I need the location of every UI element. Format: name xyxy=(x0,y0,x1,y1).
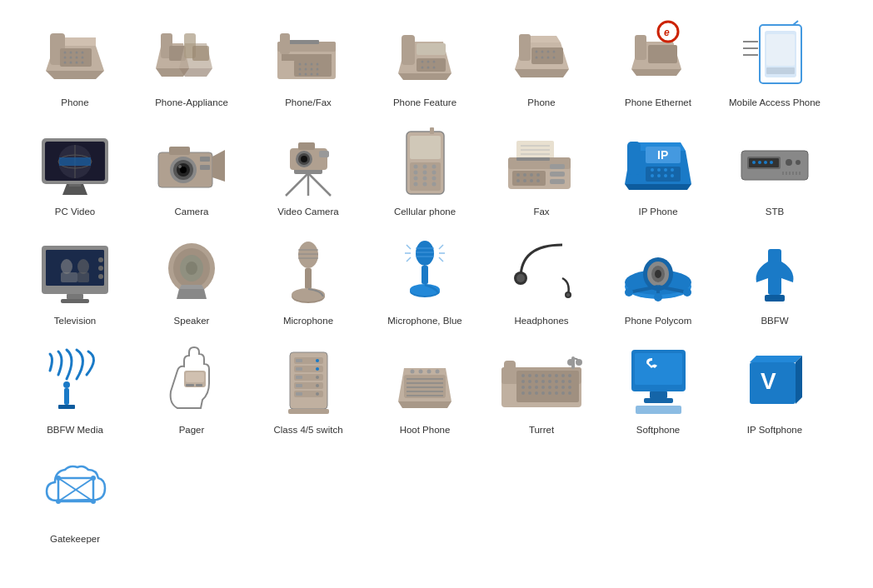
item-turret[interactable]: Turret xyxy=(483,336,600,445)
svg-point-274 xyxy=(521,374,525,377)
item-ip-phone[interactable]: IP IP Phone xyxy=(600,117,716,227)
svg-point-279 xyxy=(555,374,558,377)
svg-point-300 xyxy=(535,391,538,395)
item-phone-polycom[interactable]: Phone Polycom xyxy=(600,227,716,336)
item-video-camera[interactable]: Video Camera xyxy=(250,117,367,227)
svg-rect-184 xyxy=(67,294,83,299)
item-mobile-access-phone[interactable]: Mobile Access Phone xyxy=(716,8,833,117)
label-camera: Camera xyxy=(175,206,209,218)
item-camera[interactable]: Camera xyxy=(133,117,250,227)
svg-text:V: V xyxy=(761,368,776,394)
label-phone-fax: Phone/Fax xyxy=(285,97,332,109)
svg-rect-97 xyxy=(200,157,210,162)
label-phone: Phone xyxy=(61,97,88,109)
item-phone[interactable]: Phone xyxy=(17,8,133,117)
item-phone2[interactable]: Phone xyxy=(483,8,600,117)
item-phone-appliance[interactable]: Phone-Appliance xyxy=(133,8,250,117)
svg-point-301 xyxy=(541,391,545,395)
label-phone-appliance: Phone-Appliance xyxy=(155,97,228,109)
svg-point-228 xyxy=(625,288,633,296)
svg-rect-69 xyxy=(635,35,646,60)
svg-point-166 xyxy=(758,161,761,164)
svg-point-40 xyxy=(304,73,307,76)
svg-point-180 xyxy=(61,259,72,274)
svg-point-283 xyxy=(528,380,531,383)
svg-rect-185 xyxy=(61,299,89,303)
svg-point-140 xyxy=(530,173,533,177)
svg-point-10 xyxy=(70,57,72,59)
svg-point-192 xyxy=(186,262,197,275)
svg-rect-311 xyxy=(650,391,667,398)
svg-rect-46 xyxy=(417,43,446,55)
item-ip-softphone[interactable]: V IP Softphone xyxy=(716,336,833,445)
label-phone-feature: Phone Feature xyxy=(393,97,456,109)
svg-point-323 xyxy=(56,499,61,504)
item-pc-video[interactable]: PC Video xyxy=(17,117,133,227)
svg-rect-108 xyxy=(298,142,315,150)
svg-point-39 xyxy=(298,73,301,76)
svg-point-116 xyxy=(432,165,436,169)
item-fax[interactable]: Fax xyxy=(483,117,600,227)
item-cellular-phone[interactable]: Cellular phone xyxy=(367,117,483,227)
svg-point-31 xyxy=(298,63,301,66)
svg-point-53 xyxy=(433,67,436,69)
svg-rect-109 xyxy=(319,151,329,157)
svg-point-60 xyxy=(541,50,543,52)
svg-point-267 xyxy=(419,370,423,374)
item-gatekeeper[interactable]: Gatekeeper xyxy=(17,445,133,554)
item-stb[interactable]: STB xyxy=(716,117,833,227)
svg-rect-45 xyxy=(402,35,415,65)
svg-point-120 xyxy=(413,177,417,181)
svg-point-145 xyxy=(536,179,540,182)
svg-rect-237 xyxy=(186,372,204,382)
svg-point-292 xyxy=(535,386,538,389)
item-pager[interactable]: Pager xyxy=(133,336,250,445)
svg-point-293 xyxy=(541,386,545,389)
svg-point-160 xyxy=(671,174,674,177)
item-television[interactable]: Television xyxy=(17,227,133,336)
svg-point-156 xyxy=(671,168,674,172)
svg-point-62 xyxy=(552,50,555,52)
svg-marker-68 xyxy=(631,69,681,76)
item-phone-feature[interactable]: Phone Feature xyxy=(367,8,483,117)
svg-rect-250 xyxy=(296,384,302,387)
item-speaker[interactable]: Speaker xyxy=(133,227,250,336)
svg-point-48 xyxy=(422,61,424,63)
item-microphone[interactable]: Microphone xyxy=(250,227,367,336)
svg-rect-135 xyxy=(550,172,565,177)
svg-point-157 xyxy=(651,174,654,177)
svg-marker-194 xyxy=(179,285,204,289)
label-phone-ethernet: Phone Ethernet xyxy=(625,97,691,109)
svg-rect-257 xyxy=(288,409,329,414)
svg-point-51 xyxy=(422,67,424,69)
svg-rect-58 xyxy=(531,47,563,64)
item-headphones[interactable]: Headphones xyxy=(483,227,600,336)
svg-rect-151 xyxy=(627,142,641,175)
item-hoot-phone[interactable]: Hoot Phone xyxy=(367,336,483,445)
svg-point-65 xyxy=(546,56,549,58)
svg-point-114 xyxy=(413,165,417,169)
svg-rect-239 xyxy=(196,384,202,386)
svg-point-59 xyxy=(535,50,537,52)
svg-rect-307 xyxy=(571,356,575,369)
svg-point-144 xyxy=(530,179,533,182)
item-phone-fax[interactable]: Phone/Fax xyxy=(250,8,367,117)
svg-point-294 xyxy=(548,386,551,389)
svg-point-52 xyxy=(427,67,430,69)
item-softphone[interactable]: Softphone xyxy=(600,336,716,445)
svg-rect-251 xyxy=(296,392,302,396)
svg-marker-44 xyxy=(398,73,451,80)
svg-point-7 xyxy=(76,52,78,54)
item-phone-ethernet[interactable]: e Phone Ethernet xyxy=(600,8,716,117)
svg-rect-313 xyxy=(636,406,681,414)
svg-point-11 xyxy=(76,57,78,59)
svg-point-229 xyxy=(683,288,691,296)
svg-rect-137 xyxy=(512,171,546,186)
item-bbfw[interactable]: BBFW xyxy=(716,227,833,336)
item-class-switch[interactable]: Class 4/5 switch xyxy=(250,336,367,445)
label-bbfw-media: BBFW Media xyxy=(47,424,103,436)
svg-rect-235 xyxy=(58,405,75,409)
item-bbfw-media[interactable]: BBFW Media xyxy=(17,336,133,445)
svg-point-143 xyxy=(523,179,526,182)
item-microphone-blue[interactable]: Microphone, Blue xyxy=(367,227,483,336)
